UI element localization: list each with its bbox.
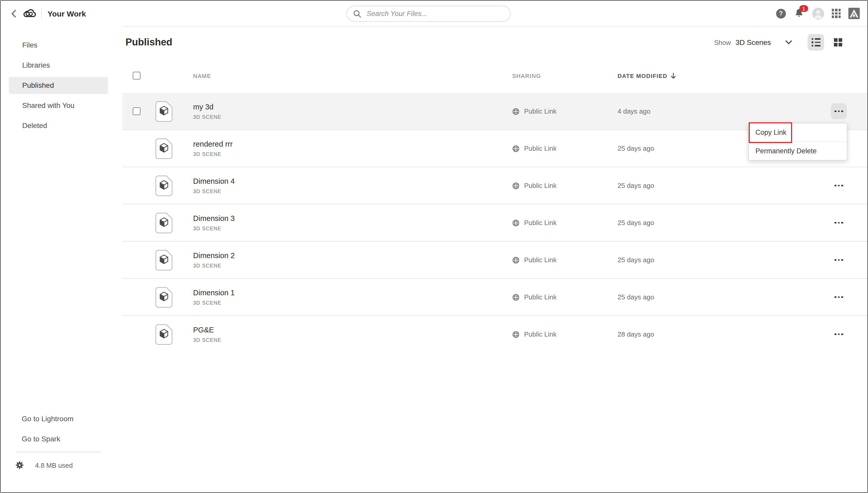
row-name: rendered rrr bbox=[193, 140, 233, 148]
table-header: NAME SHARING DATE MODIFIED bbox=[122, 72, 867, 82]
help-button[interactable]: ? bbox=[776, 8, 786, 18]
globe-icon bbox=[512, 219, 520, 227]
sidebar-item-published[interactable]: Published bbox=[9, 77, 108, 94]
chevron-left-icon bbox=[11, 9, 16, 17]
file-card-icon bbox=[155, 324, 172, 347]
globe-icon bbox=[512, 256, 520, 263]
row-sharing-label: Public Link bbox=[524, 293, 557, 301]
row-actions-button[interactable] bbox=[831, 177, 847, 194]
sidebar-footer-divider bbox=[17, 452, 101, 452]
settings-button[interactable] bbox=[16, 461, 24, 469]
go-to-spark-link[interactable]: Go to Spark bbox=[1, 434, 122, 444]
globe-icon bbox=[512, 331, 520, 338]
row-name: Dimension 3 bbox=[193, 214, 235, 222]
cube-3d-icon bbox=[160, 255, 168, 264]
grid-view-button[interactable] bbox=[830, 34, 846, 50]
globe-icon bbox=[512, 108, 520, 115]
avatar-icon bbox=[812, 7, 824, 19]
ellipsis-icon bbox=[834, 185, 836, 186]
row-type-label: 3D SCENE bbox=[193, 337, 221, 343]
cube-3d-icon bbox=[160, 106, 168, 115]
table-row[interactable]: Dimension 1 3D SCENE Public Link 25 days… bbox=[122, 279, 867, 316]
select-all-checkbox[interactable] bbox=[133, 72, 141, 80]
main-content: Published Show 3D Scenes bbox=[122, 26, 867, 492]
sort-descending-icon bbox=[671, 73, 676, 79]
row-sharing-label: Public Link bbox=[524, 219, 557, 227]
chevron-down-icon bbox=[785, 40, 792, 44]
gear-icon bbox=[16, 461, 24, 469]
row-name: Dimension 4 bbox=[193, 177, 235, 185]
row-actions-button[interactable] bbox=[831, 215, 847, 231]
creative-cloud-logo bbox=[22, 6, 36, 20]
globe-icon bbox=[512, 145, 520, 152]
adobe-logo bbox=[848, 8, 860, 19]
column-header-date-modified[interactable]: DATE MODIFIED bbox=[618, 73, 676, 79]
row-sharing-label: Public Link bbox=[524, 256, 557, 264]
cube-3d-icon bbox=[160, 218, 168, 227]
back-button[interactable] bbox=[6, 6, 21, 21]
menu-item-permanently-delete[interactable]: Permanently Delete bbox=[749, 142, 847, 160]
app-window: Your Work ? 1 bbox=[0, 0, 868, 493]
row-type-label: 3D SCENE bbox=[193, 226, 235, 231]
show-filter-value[interactable]: 3D Scenes bbox=[736, 38, 771, 46]
page-title: Published bbox=[125, 37, 172, 48]
row-type-label: 3D SCENE bbox=[193, 263, 235, 269]
go-to-lightroom-link[interactable]: Go to Lightroom bbox=[1, 413, 122, 424]
row-name: my 3d bbox=[193, 103, 221, 111]
grid-view-icon bbox=[834, 38, 843, 47]
row-actions-button[interactable] bbox=[831, 326, 847, 342]
apps-grid-button[interactable] bbox=[832, 9, 841, 18]
show-filter-dropdown[interactable] bbox=[785, 40, 792, 44]
row-type-label: 3D SCENE bbox=[193, 188, 235, 194]
row-sharing-label: Public Link bbox=[524, 145, 557, 152]
row-checkbox[interactable] bbox=[133, 107, 141, 115]
help-icon: ? bbox=[779, 10, 783, 17]
file-card-icon bbox=[155, 175, 172, 198]
row-date: 25 days ago bbox=[618, 242, 654, 278]
table-row[interactable]: Dimension 3 3D SCENE Public Link 25 days… bbox=[122, 205, 867, 242]
row-name: Dimension 2 bbox=[193, 251, 235, 260]
column-header-sharing[interactable]: SHARING bbox=[512, 73, 541, 79]
top-header: Your Work ? 1 bbox=[1, 1, 867, 27]
ellipsis-icon bbox=[834, 296, 836, 298]
column-header-name[interactable]: NAME bbox=[193, 73, 211, 79]
row-date: 25 days ago bbox=[618, 205, 654, 241]
cube-3d-icon bbox=[160, 329, 168, 338]
notification-badge: 1 bbox=[799, 5, 808, 12]
file-card-icon bbox=[155, 250, 172, 273]
cube-3d-icon bbox=[160, 292, 168, 301]
search-input[interactable] bbox=[365, 9, 504, 18]
globe-icon bbox=[512, 294, 520, 301]
cube-3d-icon bbox=[160, 181, 168, 190]
file-card-icon bbox=[155, 138, 172, 161]
table-row[interactable]: Dimension 2 3D SCENE Public Link 25 days… bbox=[122, 242, 867, 279]
row-actions-button[interactable] bbox=[831, 289, 847, 305]
row-date: 25 days ago bbox=[618, 130, 654, 167]
file-card-icon bbox=[155, 213, 172, 235]
row-date: 25 days ago bbox=[618, 279, 654, 316]
row-sharing-label: Public Link bbox=[524, 182, 557, 190]
sidebar: Files Libraries Published Shared with Yo… bbox=[1, 26, 122, 492]
row-actions-button[interactable] bbox=[831, 103, 847, 119]
menu-item-copy-link[interactable]: Copy Link bbox=[749, 123, 847, 142]
list-view-button[interactable] bbox=[808, 34, 824, 50]
file-card-icon bbox=[155, 101, 172, 124]
sidebar-item-shared-with-you[interactable]: Shared with You bbox=[9, 97, 108, 114]
table-row[interactable]: Dimension 4 3D SCENE Public Link 25 days… bbox=[122, 167, 867, 205]
table-row[interactable]: PG&E 3D SCENE Public Link 28 days ago bbox=[122, 316, 867, 353]
show-label: Show bbox=[714, 39, 731, 46]
list-view-icon bbox=[811, 38, 820, 47]
row-type-label: 3D SCENE bbox=[193, 151, 233, 157]
notifications-button[interactable]: 1 bbox=[793, 8, 804, 19]
row-type-label: 3D SCENE bbox=[193, 114, 221, 120]
sidebar-item-deleted[interactable]: Deleted bbox=[9, 117, 108, 134]
ellipsis-icon bbox=[834, 222, 836, 223]
row-actions-button[interactable] bbox=[831, 252, 847, 268]
sidebar-item-libraries[interactable]: Libraries bbox=[9, 57, 108, 74]
row-date: 4 days ago bbox=[618, 93, 650, 130]
row-type-label: 3D SCENE bbox=[193, 300, 235, 306]
cube-3d-icon bbox=[160, 144, 168, 152]
account-avatar-button[interactable] bbox=[812, 7, 824, 19]
sidebar-item-files[interactable]: Files bbox=[9, 37, 108, 54]
row-sharing-label: Public Link bbox=[524, 330, 557, 338]
